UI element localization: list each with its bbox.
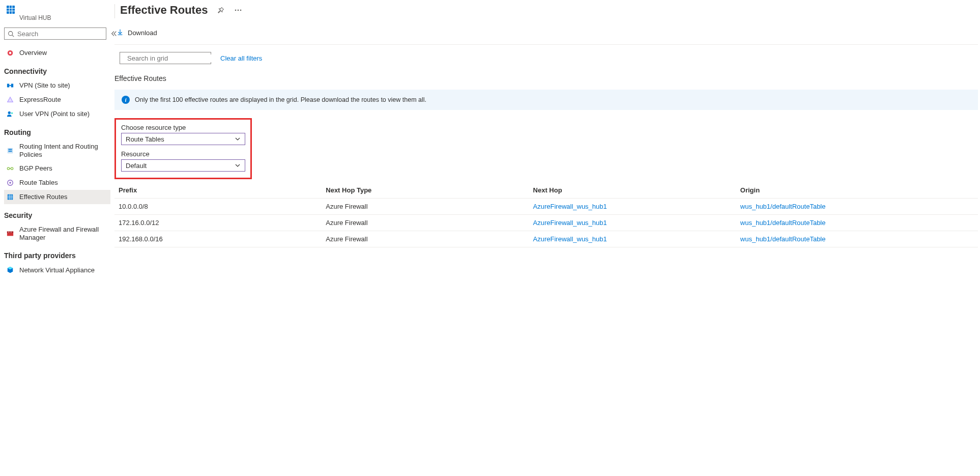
chevron-down-icon: [235, 136, 241, 142]
section-routing: Routing: [4, 121, 110, 139]
bgp-peers-icon: [6, 164, 14, 173]
pin-button[interactable]: [214, 3, 228, 17]
svg-point-35: [238, 10, 239, 11]
overview-icon: [6, 49, 14, 57]
svg-point-14: [11, 113, 13, 115]
svg-point-13: [8, 111, 11, 114]
sidebar-item-label: User VPN (Point to site): [19, 110, 108, 118]
col-next-hop-type[interactable]: Next Hop Type: [322, 182, 529, 199]
svg-marker-12: [8, 97, 13, 102]
svg-rect-10: [11, 84, 13, 88]
cell-next-hop[interactable]: AzureFirewall_wus_hub1: [529, 199, 736, 215]
routing-intent-icon: [6, 147, 14, 155]
sidebar-item-label: Network Virtual Appliance: [19, 266, 108, 274]
svg-point-19: [11, 167, 13, 170]
resource-label: Resource: [121, 150, 245, 158]
toolbar: Download: [114, 18, 978, 45]
resource-header: [4, 0, 110, 14]
col-next-hop[interactable]: Next Hop: [529, 182, 736, 199]
chevron-down-icon: [235, 162, 241, 169]
info-banner: i Only the first 100 effective routes ar…: [114, 90, 978, 110]
sidebar-item-route-tables[interactable]: Route Tables: [4, 176, 110, 190]
svg-rect-11: [9, 85, 11, 86]
resource-type-select[interactable]: Route Tables: [121, 133, 245, 145]
info-icon: i: [122, 96, 130, 104]
download-label: Download: [128, 29, 157, 37]
col-origin[interactable]: Origin: [736, 182, 978, 199]
cell-origin[interactable]: wus_hub1/defaultRouteTable: [736, 215, 978, 231]
table-row: 192.168.0.0/16 Azure Firewall AzureFirew…: [114, 231, 978, 247]
sidebar-item-expressroute[interactable]: ExpressRoute: [4, 93, 110, 107]
clear-all-filters-link[interactable]: Clear all filters: [220, 54, 262, 62]
sidebar-item-user-vpn[interactable]: User VPN (Point to site): [4, 107, 110, 121]
nva-icon: [6, 266, 14, 274]
cell-next-hop[interactable]: AzureFirewall_wus_hub1: [529, 215, 736, 231]
svg-point-18: [7, 167, 9, 170]
svg-rect-0: [7, 6, 15, 14]
svg-point-8: [9, 52, 11, 54]
sidebar-item-overview[interactable]: Overview: [4, 46, 110, 60]
sidebar: Virtual HUB Overview Connectivity: [0, 0, 114, 476]
search-icon: [8, 31, 14, 37]
svg-rect-23: [8, 194, 13, 200]
cell-origin[interactable]: wus_hub1/defaultRouteTable: [736, 231, 978, 247]
grid-search[interactable]: [120, 52, 211, 64]
sidebar-item-label: Effective Routes: [19, 193, 108, 201]
user-vpn-icon: [6, 110, 14, 118]
cell-next-hop-type: Azure Firewall: [322, 215, 529, 231]
resource-value: Default: [126, 162, 147, 170]
table-row: 172.16.0.0/12 Azure Firewall AzureFirewa…: [114, 215, 978, 231]
cell-next-hop-type: Azure Firewall: [322, 199, 529, 215]
svg-point-22: [9, 182, 11, 184]
section-third-party: Third party providers: [4, 244, 110, 263]
expressroute-icon: [6, 96, 14, 104]
cell-next-hop-type: Azure Firewall: [322, 231, 529, 247]
svg-point-34: [235, 10, 237, 11]
section-heading: Effective Routes: [114, 74, 978, 82]
cell-origin[interactable]: wus_hub1/defaultRouteTable: [736, 199, 978, 215]
sidebar-item-label: Overview: [19, 49, 108, 57]
sidebar-item-label: BGP Peers: [19, 164, 108, 173]
page-title: Effective Routes: [120, 4, 208, 17]
main-content: Effective Routes: [114, 0, 980, 476]
sidebar-search-input[interactable]: [14, 30, 103, 38]
sidebar-item-vpn-site-to-site[interactable]: VPN (Site to site): [4, 78, 110, 93]
grid-search-input[interactable]: [124, 54, 213, 62]
pin-icon: [217, 7, 224, 14]
resource-subtitle: Virtual HUB: [4, 14, 110, 21]
ellipsis-icon: [235, 9, 242, 11]
route-tables-icon: [6, 179, 14, 187]
download-button[interactable]: Download: [114, 29, 159, 37]
resource-type-label: Choose resource type: [121, 124, 245, 131]
cell-prefix: 10.0.0.0/8: [114, 199, 322, 215]
section-security: Security: [4, 204, 110, 222]
sidebar-item-label: Routing Intent and Routing Policies: [19, 143, 108, 158]
cell-prefix: 192.168.0.0/16: [114, 231, 322, 247]
svg-rect-9: [7, 84, 9, 88]
svg-rect-29: [7, 231, 13, 233]
svg-point-5: [9, 31, 13, 35]
vpn-icon: [6, 81, 14, 90]
svg-rect-17: [9, 151, 12, 152]
sidebar-item-effective-routes[interactable]: Effective Routes: [4, 190, 110, 204]
sidebar-item-routing-intent[interactable]: Routing Intent and Routing Policies: [4, 139, 110, 161]
effective-routes-table: Prefix Next Hop Type Next Hop Origin 10.…: [114, 182, 978, 247]
sidebar-search[interactable]: [4, 27, 106, 40]
col-prefix[interactable]: Prefix: [114, 182, 322, 199]
cell-prefix: 172.16.0.0/12: [114, 215, 322, 231]
sidebar-item-bgp-peers[interactable]: BGP Peers: [4, 161, 110, 176]
resource-selector-highlight: Choose resource type Route Tables Resour…: [114, 118, 252, 179]
title-divider: [114, 4, 115, 18]
sidebar-item-azure-firewall[interactable]: Azure Firewall and Firewall Manager: [4, 222, 110, 244]
sidebar-item-label: ExpressRoute: [19, 96, 108, 104]
sidebar-item-label: Azure Firewall and Firewall Manager: [19, 226, 108, 241]
more-actions-button[interactable]: [231, 3, 245, 17]
resource-select[interactable]: Default: [121, 159, 245, 172]
sidebar-item-nva[interactable]: Network Virtual Appliance: [4, 263, 110, 277]
cell-next-hop[interactable]: AzureFirewall_wus_hub1: [529, 231, 736, 247]
table-row: 10.0.0.0/8 Azure Firewall AzureFirewall_…: [114, 199, 978, 215]
firewall-icon: [6, 230, 14, 238]
route-table-resource-icon: [6, 5, 15, 14]
effective-routes-icon: [6, 193, 14, 201]
sidebar-item-label: Route Tables: [19, 179, 108, 187]
